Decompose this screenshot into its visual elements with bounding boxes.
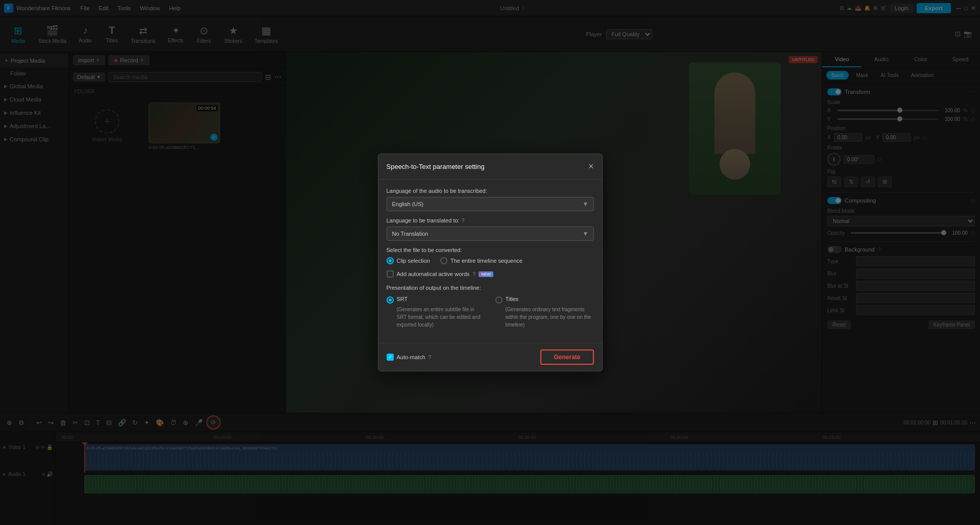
- output-label: Presentation of output on the timeline:: [387, 285, 594, 291]
- clip-selection-radio[interactable]: [387, 257, 394, 264]
- srt-radio[interactable]: [387, 296, 394, 304]
- speech-to-text-modal: Speech-to-Text parameter setting × Langu…: [378, 154, 603, 371]
- active-words-help-icon[interactable]: ?: [473, 271, 476, 277]
- convert-label: Select the file to be converted:: [387, 247, 594, 253]
- timeline-sequence-radio[interactable]: [440, 257, 447, 264]
- generate-button[interactable]: Generate: [540, 349, 593, 365]
- modal-close-button[interactable]: ×: [588, 161, 594, 172]
- auto-match-checkbox[interactable]: ✓: [387, 354, 394, 361]
- titles-label: Titles: [506, 296, 519, 302]
- translate-lang-label: Language to be translated to:: [387, 217, 460, 223]
- titles-radio[interactable]: [495, 296, 503, 304]
- titles-desc: (Generates ordinary text fragments withi…: [495, 306, 594, 329]
- titles-option: Titles (Generates ordinary text fragment…: [495, 296, 594, 329]
- audio-lang-label: Language of the audio to be transcribed:: [387, 188, 594, 194]
- active-words-checkbox[interactable]: [387, 270, 394, 278]
- timeline-sequence-radio-item[interactable]: The entire timeline sequence: [440, 257, 522, 264]
- srt-option: SRT (Generates an entire subtitle file i…: [387, 296, 485, 329]
- new-badge: NEW: [479, 271, 493, 277]
- modal-overlay: Speech-to-Text parameter setting × Langu…: [0, 0, 980, 525]
- translate-help-icon[interactable]: ?: [462, 218, 465, 223]
- srt-label: SRT: [397, 296, 408, 302]
- timeline-sequence-label: The entire timeline sequence: [450, 258, 522, 264]
- clip-selection-radio-item[interactable]: Clip selection: [387, 257, 430, 264]
- translate-lang-select[interactable]: No Translation English Spanish: [387, 227, 594, 241]
- active-words-label: Add automatical active words: [397, 271, 470, 277]
- modal-title: Speech-to-Text parameter setting: [387, 163, 485, 170]
- auto-match-help-icon[interactable]: ?: [428, 355, 432, 360]
- srt-desc: (Generates an entire subtitle file in SR…: [387, 306, 485, 329]
- clip-selection-label: Clip selection: [397, 258, 430, 264]
- auto-match-label: Auto-match: [397, 354, 425, 360]
- audio-lang-select[interactable]: English (US) Spanish French: [387, 197, 594, 211]
